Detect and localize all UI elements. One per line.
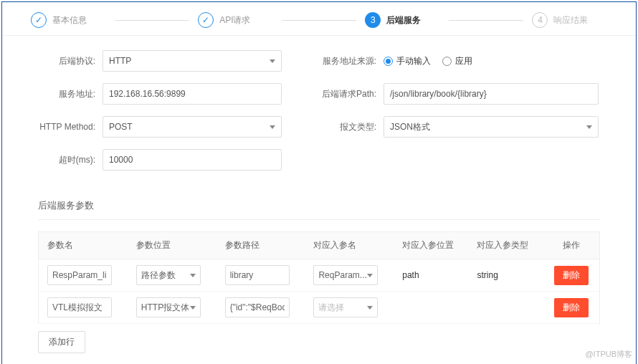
params-table: 参数名 参数位置 参数路径 对应入参名 对应入参位置 对应入参类型 操作 路径参… [38,231,600,324]
msgtype-label: 报文类型: [319,121,384,133]
path-label: 后端请求Path: [319,88,384,100]
step-basic-info[interactable]: ✓ 基本信息 [31,12,106,28]
chevron-down-icon [367,306,373,310]
select-value: ReqParam... [318,270,366,280]
param-pos-select[interactable]: HTTP报文体 [136,297,201,317]
add-row-button[interactable]: 添加行 [38,331,85,353]
th-in-pos: 对应入参位置 [394,232,468,259]
step-label: 响应结果 [553,14,588,27]
th-action: 操作 [543,232,600,259]
in-name-select[interactable]: ReqParam... [313,265,378,285]
address-label: 服务地址: [38,88,103,100]
th-name: 参数名 [39,232,128,259]
step-response[interactable]: 4 响应结果 [532,12,607,28]
th-in-name: 对应入参名 [305,232,394,259]
stepper: ✓ 基本信息 ✓ API请求 3 后端服务 4 响应结果 [2,2,636,36]
step-label: 后端服务 [386,14,421,27]
params-table-wrap: 参数名 参数位置 参数路径 对应入参名 对应入参位置 对应入参类型 操作 路径参… [2,231,636,364]
chevron-down-icon [270,125,275,129]
param-path-input[interactable] [225,297,290,317]
th-path: 参数路径 [216,232,305,259]
check-icon: ✓ [31,12,47,28]
main-panel: ✓ 基本信息 ✓ API请求 3 后端服务 4 响应结果 后端协议: HTTP [1,1,637,364]
protocol-label: 后端协议: [38,55,103,67]
param-pos-select[interactable]: 路径参数 [136,265,201,285]
in-type-cell [468,292,543,324]
delete-button[interactable]: 删除 [554,298,589,317]
chevron-down-icon [270,59,275,63]
step-label: API请求 [219,14,250,27]
th-in-type: 对应入参类型 [468,232,543,259]
radio-icon [384,57,393,66]
timeout-input[interactable] [103,149,282,171]
th-pos: 参数位置 [128,232,216,259]
address-input[interactable] [103,83,282,105]
radio-app[interactable]: 应用 [442,55,472,67]
in-pos-cell: path [394,259,468,292]
step-line [282,20,357,21]
step-api-request[interactable]: ✓ API请求 [198,12,273,28]
select-value: JSON格式 [390,121,430,133]
radio-label: 手动输入 [396,55,431,67]
step-backend-service[interactable]: 3 后端服务 [365,12,440,28]
step-line [115,20,190,21]
method-label: HTTP Method: [38,122,103,132]
step-number-icon: 3 [365,12,381,28]
timeout-label: 超时(ms): [38,154,103,166]
chevron-down-icon [586,125,592,129]
param-name-input[interactable] [47,297,112,317]
select-value: 路径参数 [141,269,176,282]
select-value: HTTP报文体 [141,302,189,314]
table-row: 路径参数 ReqParam... path string 删除 [39,259,600,292]
msgtype-select[interactable]: JSON格式 [384,116,599,138]
step-number-icon: 4 [532,12,548,28]
select-value: 请选择 [318,302,344,314]
delete-button[interactable]: 删除 [554,266,589,285]
radio-manual[interactable]: 手动输入 [384,55,431,67]
chevron-down-icon [367,274,373,277]
method-select[interactable]: POST [103,116,282,138]
in-pos-cell [394,292,468,324]
source-label: 服务地址来源: [319,55,384,67]
protocol-select[interactable]: HTTP [103,50,282,72]
chevron-down-icon [190,306,196,310]
divider [38,219,600,220]
form-area: 后端协议: HTTP 服务地址来源: 手动输入 应用 [2,36,636,189]
param-name-input[interactable] [47,265,112,285]
table-row: HTTP报文体 请选择 删除 [39,292,600,324]
check-icon: ✓ [198,12,214,28]
select-value: HTTP [109,56,131,66]
in-type-cell: string [468,259,543,292]
path-input[interactable] [384,83,599,105]
watermark: @ITPUB博客 [585,349,632,360]
radio-label: 应用 [455,55,472,67]
step-line [449,20,524,21]
select-value: POST [109,122,133,132]
section-title: 后端服务参数 [2,189,636,219]
param-path-input[interactable] [225,265,290,285]
in-name-select[interactable]: 请选择 [313,297,378,317]
step-label: 基本信息 [52,14,87,27]
chevron-down-icon [190,274,196,277]
radio-icon [442,57,452,66]
source-radio-group: 手动输入 应用 [384,55,472,67]
